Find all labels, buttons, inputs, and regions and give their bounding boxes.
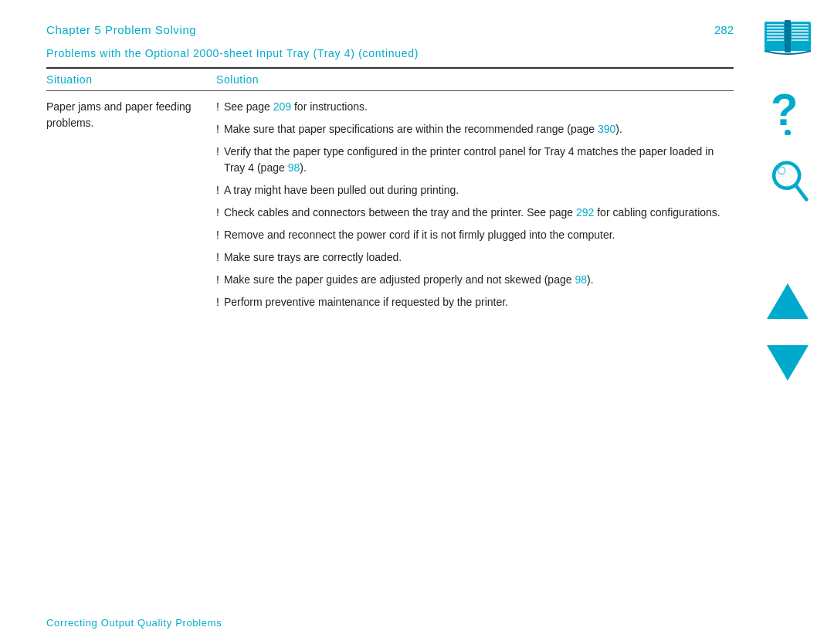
table-header: Situation Solution	[46, 69, 734, 91]
bullet-mark-9: !	[216, 294, 219, 310]
book-icon[interactable]	[761, 15, 815, 62]
footer-nav-link[interactable]: Correcting Output Quality Problems	[46, 617, 222, 629]
header-line: Chapter 5 Problem Solving 282	[46, 23, 734, 36]
bullet-2: ! Make sure that paper specifications ar…	[216, 121, 734, 137]
svg-rect-5	[767, 30, 784, 32]
sidebar-icons: ?	[749, 15, 826, 382]
bullet-3: ! Verify that the paper type configured …	[216, 144, 734, 176]
svg-line-18	[795, 185, 806, 199]
bullet-text-7: Make sure trays are correctly loaded.	[224, 249, 734, 266]
bullet-6: ! Remove and reconnect the power cord if…	[216, 227, 734, 243]
svg-rect-11	[792, 30, 809, 32]
link-390[interactable]: 390	[598, 123, 615, 135]
question-icon[interactable]: ?	[767, 85, 809, 135]
footer-link[interactable]: Correcting Output Quality Problems	[46, 617, 222, 629]
main-content: Chapter 5 Problem Solving 282 Problems w…	[46, 23, 734, 621]
link-292[interactable]: 292	[576, 206, 594, 219]
bullet-text-5: Check cables and connectors between the …	[224, 205, 734, 221]
svg-point-19	[778, 167, 785, 174]
link-98a[interactable]: 98	[288, 161, 300, 174]
bullet-text-4: A tray might have been pulled out during…	[224, 182, 734, 198]
bullet-mark-8: !	[216, 272, 219, 288]
svg-rect-10	[792, 27, 809, 29]
bullet-mark-7: !	[216, 249, 219, 266]
page-subtitle: Problems with the Optional 2000-sheet In…	[46, 47, 734, 59]
bullet-text-8: Make sure the paper guides are adjusted …	[224, 272, 734, 288]
svg-rect-4	[767, 27, 784, 29]
bullet-mark-4: !	[216, 182, 219, 198]
svg-rect-9	[792, 24, 809, 25]
svg-rect-7	[767, 36, 784, 38]
bullet-9: ! Perform preventive maintenance if requ…	[216, 294, 734, 310]
svg-rect-2	[785, 20, 791, 53]
col-solution-header: Solution	[216, 73, 734, 86]
bullet-text-9: Perform preventive maintenance if reques…	[224, 294, 734, 310]
table-row: Paper jams and paper feeding problems. !…	[46, 99, 734, 317]
chapter-title: Chapter 5 Problem Solving	[46, 23, 196, 36]
svg-marker-20	[767, 283, 809, 319]
col-situation-header: Situation	[46, 73, 216, 86]
svg-rect-14	[792, 39, 809, 41]
svg-rect-12	[792, 33, 809, 35]
magnifier-icon[interactable]	[767, 158, 809, 205]
page-number: 282	[714, 23, 734, 36]
bullet-mark-2: !	[216, 121, 219, 137]
solution-cell: ! See page 209 for instructions. ! Make …	[216, 99, 734, 317]
bullet-7: ! Make sure trays are correctly loaded.	[216, 249, 734, 266]
bullet-4: ! A tray might have been pulled out duri…	[216, 182, 734, 198]
bullet-1: ! See page 209 for instructions.	[216, 99, 734, 115]
svg-marker-21	[767, 345, 809, 381]
arrow-up-icon[interactable]	[767, 282, 809, 320]
svg-rect-13	[792, 36, 809, 38]
link-209[interactable]: 209	[273, 100, 291, 113]
svg-rect-6	[767, 33, 784, 35]
bullet-mark-6: !	[216, 227, 219, 243]
bullet-text-1: See page 209 for instructions.	[224, 99, 734, 115]
bullet-text-6: Remove and reconnect the power cord if i…	[224, 227, 734, 243]
bullet-8: ! Make sure the paper guides are adjuste…	[216, 272, 734, 288]
situation-cell: Paper jams and paper feeding problems.	[46, 99, 216, 317]
link-98b[interactable]: 98	[575, 273, 587, 286]
svg-text:?: ?	[771, 85, 798, 134]
svg-rect-3	[767, 24, 784, 25]
arrow-down-icon[interactable]	[767, 344, 809, 382]
bullet-text-2: Make sure that paper specifications are …	[224, 121, 734, 137]
bullet-text-3: Verify that the paper type configured in…	[224, 144, 734, 176]
bullet-5: ! Check cables and connectors between th…	[216, 205, 734, 221]
bullet-mark-5: !	[216, 205, 219, 221]
bullet-mark-3: !	[216, 144, 219, 160]
svg-rect-8	[767, 39, 784, 41]
bullet-mark-1: !	[216, 99, 219, 115]
